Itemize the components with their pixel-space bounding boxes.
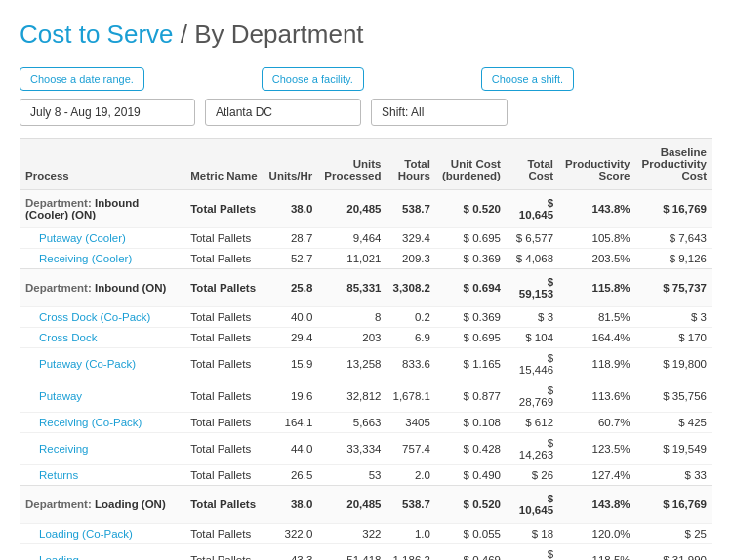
child-name[interactable]: Putaway (Co-Pack) [20,348,184,380]
child-name[interactable]: Returns [20,465,184,486]
child-name[interactable]: Loading (Co-Pack) [20,524,184,544]
dept-unit-cost: $ 0.520 [436,190,507,228]
child-total-cost: $ 6,577 [507,228,559,249]
dept-metric: Total Pallets [184,269,263,307]
child-total-hours: 3405 [387,413,436,433]
dept-units-hr: 38.0 [264,486,319,524]
child-prod-score: 113.6% [559,380,635,413]
child-units-hr: 164.1 [264,413,319,433]
child-baseline-cost: $ 9,126 [636,249,712,269]
child-units-hr: 19.6 [264,380,319,413]
table-row: Cross Dock Total Pallets 29.4 203 6.9 $ … [20,328,712,348]
child-name[interactable]: Receiving (Cooler) [20,249,184,269]
child-unit-cost: $ 0.055 [436,524,507,544]
child-prod-score: 203.5% [559,249,635,269]
dept-baseline-cost: $ 16,769 [636,486,712,524]
child-prod-score: 81.5% [559,307,635,328]
child-unit-cost: $ 1.165 [436,348,507,380]
table-row: Putaway Total Pallets 19.6 32,812 1,678.… [20,380,712,413]
child-units-proc: 322 [318,524,386,544]
child-total-cost: $ 104 [507,328,559,348]
child-total-hours: 6.9 [387,328,436,348]
child-unit-cost: $ 0.695 [436,328,507,348]
child-metric: Total Pallets [184,249,263,269]
child-units-proc: 33,334 [318,433,386,465]
child-total-hours: 329.4 [387,228,436,249]
facility-input[interactable]: Atlanta DC [205,99,361,126]
child-total-hours: 2.0 [387,465,436,486]
child-baseline-cost: $ 170 [636,328,712,348]
child-baseline-cost: $ 3 [636,307,712,328]
table-row: Loading Total Pallets 43.3 51,418 1,186.… [20,544,712,560]
shift-input[interactable]: Shift: All [371,99,508,126]
child-total-hours: 757.4 [387,433,436,465]
dept-label: Department: [25,197,92,209]
facility-hint[interactable]: Choose a facility. [262,67,364,91]
child-units-proc: 53 [318,465,386,486]
child-unit-cost: $ 0.369 [436,249,507,269]
title-main: Cost to Serve [20,20,174,49]
dept-label: Department: [25,282,92,294]
table-row: Receiving Total Pallets 44.0 33,334 757.… [20,433,712,465]
child-total-cost: $ 4,068 [507,249,559,269]
dept-metric: Total Pallets [184,486,263,524]
dept-total-cost: $ 10,645 [507,190,559,228]
child-total-cost: $ 26 [507,465,559,486]
child-prod-score: 123.5% [559,433,635,465]
child-name[interactable]: Putaway (Cooler) [20,228,184,249]
child-total-cost: $ 14,263 [507,433,559,465]
dept-units-hr: 25.8 [264,269,319,307]
child-units-hr: 40.0 [264,307,319,328]
dept-units-hr: 38.0 [264,190,319,228]
date-range-input[interactable]: July 8 - Aug 19, 2019 [20,99,195,126]
child-name[interactable]: Putaway [20,380,184,413]
child-units-hr: 43.3 [264,544,319,560]
child-units-hr: 52.7 [264,249,319,269]
dept-label: Department: [25,499,92,510]
table-row: Returns Total Pallets 26.5 53 2.0 $ 0.49… [20,465,712,486]
dept-name: Inbound (ON) [95,282,166,294]
child-name[interactable]: Cross Dock (Co-Pack) [20,307,184,328]
child-unit-cost: $ 0.369 [436,307,507,328]
child-name[interactable]: Receiving [20,433,184,465]
child-total-cost: $ 18 [507,524,559,544]
table-row: Cross Dock (Co-Pack) Total Pallets 40.0 … [20,307,712,328]
col-unit-cost: Unit Cost(burdened) [436,139,507,190]
table-row: Receiving (Co-Pack) Total Pallets 164.1 … [20,413,712,433]
dept-total-hours: 538.7 [387,486,436,524]
child-baseline-cost: $ 19,549 [636,433,712,465]
dept-total-cost: $ 10,645 [507,486,559,524]
date-range-hint[interactable]: Choose a date range. [20,67,144,91]
child-metric: Total Pallets [184,380,263,413]
child-units-proc: 51,418 [318,544,386,560]
dept-total-hours: 3,308.2 [387,269,436,307]
shift-hint[interactable]: Choose a shift. [481,67,574,91]
child-total-hours: 209.3 [387,249,436,269]
department-row: Department: Loading (ON) Total Pallets 3… [20,486,712,524]
dept-prod-score: 115.8% [559,269,635,307]
dept-unit-cost: $ 0.520 [436,486,507,524]
col-process: Process [20,139,184,190]
child-unit-cost: $ 0.469 [436,544,507,560]
filter-hints-row: Choose a date range. Choose a facility. … [20,67,712,91]
child-unit-cost: $ 0.695 [436,228,507,249]
child-total-cost: $ 612 [507,413,559,433]
table-row: Putaway (Co-Pack) Total Pallets 15.9 13,… [20,348,712,380]
col-baseline-cost: BaselineProductivityCost [636,139,712,190]
child-name[interactable]: Receiving (Co-Pack) [20,413,184,433]
child-name[interactable]: Cross Dock [20,328,184,348]
filter-row: July 8 - Aug 19, 2019 Atlanta DC Shift: … [20,99,712,126]
child-total-cost: $ 3 [507,307,559,328]
department-row: Department: Inbound (ON) Total Pallets 2… [20,269,712,307]
child-name[interactable]: Loading [20,544,184,560]
dept-units-proc: 20,485 [318,486,386,524]
child-units-hr: 26.5 [264,465,319,486]
child-baseline-cost: $ 25 [636,524,712,544]
department-row: Department: Inbound (Cooler) (ON) Total … [20,190,712,228]
col-total-cost: TotalCost [507,139,559,190]
child-units-hr: 322.0 [264,524,319,544]
child-total-hours: 0.2 [387,307,436,328]
child-units-proc: 9,464 [318,228,386,249]
col-units-hr: Units/Hr [264,139,319,190]
child-unit-cost: $ 0.108 [436,413,507,433]
